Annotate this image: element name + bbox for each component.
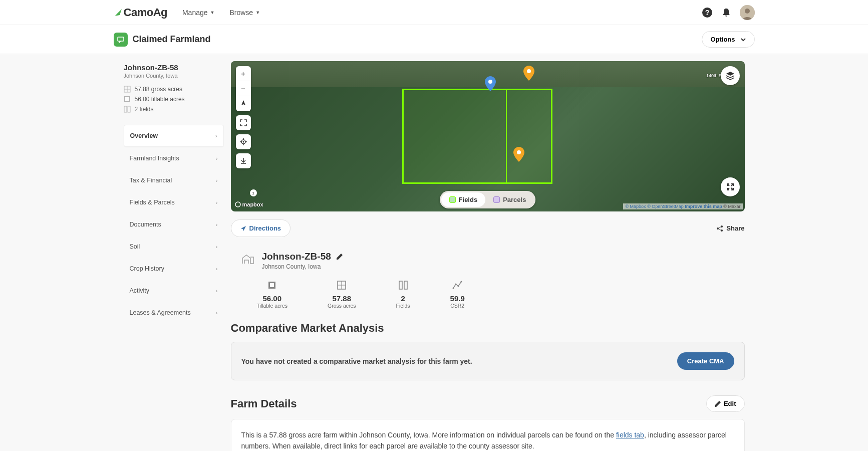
stat-csr2-val: 59.9: [450, 294, 465, 303]
help-button[interactable]: ?: [702, 7, 713, 18]
download-button[interactable]: [236, 153, 251, 168]
toggle-parcels[interactable]: Parcels: [485, 192, 534, 207]
chevron-right-icon: ›: [216, 177, 218, 183]
stat-gross: 57.88 Gross acres: [328, 280, 356, 309]
chevron-right-icon: ›: [216, 310, 218, 316]
tab-soil[interactable]: Soil›: [124, 236, 224, 257]
fields-icon: [398, 280, 408, 290]
svg-rect-11: [128, 106, 130, 112]
stat-csr2: 59.9 CSR2: [450, 280, 465, 309]
edit-icon[interactable]: [336, 253, 343, 260]
subheader: Claimed Farmland Options: [0, 25, 868, 54]
grid-icon: [124, 86, 131, 93]
options-button[interactable]: Options: [702, 31, 754, 48]
logo[interactable]: CamoAg: [114, 6, 167, 19]
mapbox-label: mapbox: [242, 201, 263, 207]
zoom-out-button[interactable]: −: [236, 81, 251, 96]
locate-button[interactable]: [236, 134, 251, 149]
notifications-button[interactable]: [721, 7, 732, 18]
chat-icon: [117, 36, 125, 44]
svg-point-13: [517, 150, 521, 154]
cma-title: Comparative Market Analysis: [231, 322, 745, 335]
fullscreen-button[interactable]: [721, 177, 740, 196]
property-location: Johnson County, Iowa: [124, 73, 224, 79]
map-pin-location[interactable]: [485, 76, 496, 91]
stat-fields-text: 2 fields: [135, 106, 154, 113]
fields-tab-link[interactable]: fields tab: [616, 431, 644, 439]
directions-button[interactable]: Directions: [231, 219, 291, 237]
leaf-icon: [114, 8, 123, 17]
share-button[interactable]: Share: [716, 224, 744, 232]
actions-row: Directions Share: [231, 219, 745, 237]
tab-activity[interactable]: Activity›: [124, 280, 224, 301]
farm-subtitle: Johnson County, Iowa: [262, 263, 343, 270]
svg-point-16: [242, 141, 244, 143]
svg-line-26: [719, 229, 721, 231]
compass-button[interactable]: [236, 96, 251, 111]
tab-documents-label: Documents: [130, 221, 161, 228]
mapbox-logo[interactable]: mapbox: [235, 201, 263, 207]
stat-fields: 2 Fields: [396, 280, 410, 309]
attr-maxar: © Maxar: [723, 204, 740, 209]
svg-point-14: [488, 80, 492, 84]
tab-insights-label: Farmland Insights: [130, 155, 179, 162]
svg-point-12: [527, 69, 531, 73]
chevron-right-icon: ›: [216, 199, 218, 205]
map-controls: + −: [236, 66, 251, 168]
chevron-right-icon: ›: [216, 266, 218, 272]
svg-text:?: ?: [705, 9, 709, 17]
tab-tax[interactable]: Tax & Financial›: [124, 170, 224, 191]
tab-documents[interactable]: Documents›: [124, 214, 224, 235]
nav-browse[interactable]: Browse ▼: [229, 9, 260, 17]
stat-tillable-text: 56.00 tillable acres: [135, 96, 185, 103]
svg-point-23: [721, 225, 723, 228]
stat-fields: 2 fields: [124, 106, 224, 113]
top-nav: CamoAg Manage ▼ Browse ▼ ?: [0, 0, 868, 25]
create-cma-button[interactable]: Create CMA: [677, 352, 734, 370]
tab-activity-label: Activity: [130, 287, 150, 294]
swatch-green: [449, 196, 456, 203]
svg-point-37: [461, 281, 462, 283]
attr-osm[interactable]: © OpenStreetMap: [647, 204, 684, 209]
tab-leases[interactable]: Leases & Agreements›: [124, 302, 224, 323]
tab-insights[interactable]: Farmland Insights›: [124, 148, 224, 169]
avatar[interactable]: [740, 5, 755, 20]
layers-button[interactable]: [721, 66, 740, 85]
farm-details-box: This is a 57.88 gross acre farm within J…: [231, 419, 745, 451]
stat-csr2-label: CSR2: [450, 303, 465, 309]
stat-tillable-label: Tillable acres: [257, 303, 287, 309]
svg-point-34: [453, 288, 454, 289]
tab-crop[interactable]: Crop History›: [124, 258, 224, 279]
expand-button[interactable]: [236, 115, 251, 130]
map[interactable]: 140th St NE + − 1: [231, 61, 745, 211]
attr-improve[interactable]: Improve this map: [685, 204, 722, 209]
nav-manage[interactable]: Manage ▼: [182, 9, 215, 17]
mapbox-icon: [235, 201, 241, 207]
svg-rect-33: [404, 281, 407, 289]
field-divider: [506, 90, 507, 182]
nav-browse-label: Browse: [229, 9, 253, 17]
toggle-fields[interactable]: Fields: [441, 192, 486, 207]
farm-details-header: Farm Details Edit: [231, 395, 745, 412]
crosshair-icon: [240, 138, 247, 145]
svg-rect-32: [399, 281, 402, 289]
tab-crop-label: Crop History: [130, 265, 164, 272]
zoom-in-button[interactable]: +: [236, 66, 251, 81]
swatch-purple: [493, 196, 500, 203]
claimed-badge: [114, 33, 128, 47]
field-icon: [124, 96, 131, 103]
tab-fields[interactable]: Fields & Parcels›: [124, 192, 224, 213]
share-icon: [716, 225, 723, 232]
cma-box: You have not created a comparative marke…: [231, 342, 745, 380]
chevron-right-icon: ›: [216, 244, 218, 250]
attr-mapbox[interactable]: © Mapbox: [625, 204, 646, 209]
tab-overview[interactable]: Overview›: [124, 125, 224, 147]
toggle-fields-label: Fields: [459, 196, 478, 203]
svg-point-35: [455, 284, 457, 285]
chevron-right-icon: ›: [216, 155, 218, 161]
map-pin-2[interactable]: [513, 147, 524, 162]
help-icon: ?: [702, 7, 713, 18]
map-count-badge: 1: [250, 189, 257, 196]
edit-button[interactable]: Edit: [706, 395, 745, 412]
map-pin-1[interactable]: [523, 66, 534, 81]
